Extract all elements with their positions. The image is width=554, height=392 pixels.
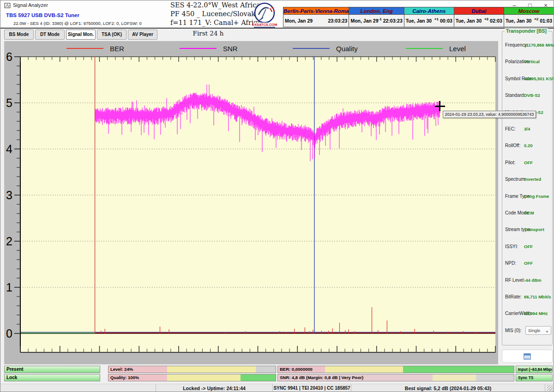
bar-segment <box>256 366 276 373</box>
field-label: RF Level: <box>505 278 525 283</box>
legend-line-sample <box>406 48 443 49</box>
transponder-field-row: RollOff:0.20 <box>502 143 553 151</box>
field-label: ISSYI: <box>505 244 518 249</box>
clock-cell: MoscowTue, Jan 30+201:03 <box>504 7 554 27</box>
field-label: RollOff: <box>505 143 520 148</box>
clock-city-label: Berlin-Paris-Vienna-Roma <box>283 7 349 15</box>
legend-label: BER <box>110 45 124 53</box>
clock-date: Tue, Jan 30 <box>506 18 531 24</box>
transponder-field-row: Polarization:Vertical <box>502 59 553 67</box>
mis-row: MIS (0): Single ▼ <box>502 328 553 336</box>
field-value: 44995,501 KS/s <box>524 76 554 81</box>
bar-label: Quality: 100% <box>110 374 139 381</box>
lock-status-box: Present <box>4 366 100 373</box>
field-value: Vertical <box>524 59 540 64</box>
svg-text:3: 3 <box>6 189 12 202</box>
tab-dt-mode[interactable]: DT Mode <box>35 30 65 40</box>
svg-text:4: 4 <box>6 143 12 155</box>
clock-cell: DubaiTue, Jan 30+302:03 <box>454 7 504 27</box>
status-segment <box>0 384 156 392</box>
chevron-down-icon: ▼ <box>545 328 549 336</box>
transponder-field-row: Frame Type:Long Frame <box>502 194 553 202</box>
transponder-field-row: RF Level:-44 dBm <box>502 278 553 286</box>
legend-item-ber: BER <box>66 43 180 53</box>
legend-label: Quality <box>336 45 358 53</box>
field-value: Inverted <box>524 177 541 182</box>
legend-line-sample <box>180 48 217 49</box>
signal-chart-plot[interactable]: 0123456 <box>4 41 498 364</box>
clock-utc-offset: +3 <box>484 17 488 21</box>
field-label: Standard: <box>505 93 525 98</box>
field-value: OFF <box>524 160 533 165</box>
svg-text:1: 1 <box>6 281 12 294</box>
mis-dropdown[interactable]: Single ▼ <box>525 326 551 335</box>
bar-segment <box>241 374 276 381</box>
field-value: -44 dBm <box>524 278 541 283</box>
clock-date: Tue, Jan 30 <box>456 18 482 24</box>
clock-time-display: Mon, Jan 2923:03:23 <box>283 15 349 27</box>
clock-city-label: Dubai <box>454 7 504 15</box>
tab-tsa-ok-[interactable]: TSA (OK) <box>97 30 126 40</box>
transponder-field-row: Symbol Rate:44995,501 KS/s <box>502 76 553 84</box>
clock-time: 01:03 <box>540 18 552 24</box>
transponder-field-row: Frequency:11170,866 MHz <box>502 42 553 51</box>
field-label: NPD: <box>505 261 516 266</box>
legend-line-sample <box>66 48 103 49</box>
signal-analyzer-window: Signal Analyzer – □ × TBS 5927 USB DVB-S… <box>0 0 554 392</box>
signal-bar: SNR: 4,8 dB (Margin: 0,8 dB | Very Poor) <box>277 374 514 381</box>
transponder-panel: Transponder [BS] Frequency:11170,866 MHz… <box>502 31 553 345</box>
clock-date: Mon, Jan 29 <box>285 18 313 24</box>
field-value: 3/4 <box>524 126 530 131</box>
svg-text:2: 2 <box>6 235 12 248</box>
clock-city-label: London, Eng <box>349 7 403 15</box>
bar-label: Level: 24% <box>110 366 133 373</box>
field-value: 53,994 MHz <box>524 311 548 316</box>
transponder-panel-title: Transponder [BS] <box>505 28 548 34</box>
field-value: OFF <box>524 261 533 266</box>
clock-city-label: Moscow <box>504 7 554 15</box>
clock-utc-offset: -1 <box>379 17 382 21</box>
value-tooltip: 2024-01-29 23.03.23, value: 4,9000000953… <box>443 111 536 118</box>
mis-selected-value: Single <box>528 328 540 333</box>
tab-signal-mon-[interactable]: Signal Mon. <box>66 30 96 40</box>
bar-label: BER: 0,0000000 <box>280 366 313 373</box>
legend-item-snr: SNR <box>180 43 293 53</box>
field-value: DVB-S2 <box>524 93 540 98</box>
field-value: Transport <box>524 227 544 232</box>
field-value: CCM <box>524 210 534 215</box>
clock-time-display: Tue, Jan 30+302:03 <box>454 15 504 27</box>
clock-time-display: Mon, Jan 29-122:03:23 <box>349 15 403 27</box>
bar-segment <box>433 374 476 381</box>
clock-time: 22:03:23 <box>383 18 403 24</box>
field-value: 66,711 Mbit/s <box>524 294 551 299</box>
legend-item-quality: Quality <box>293 43 406 53</box>
lock-status-box: Lock <box>4 374 100 381</box>
transponder-field-row: Stream type:Transport <box>502 227 553 235</box>
io-status-box: Input (~63,84 Mbps) <box>516 366 553 373</box>
tab-bs-mode[interactable]: BS Mode <box>4 30 34 40</box>
field-value: 0.20 <box>524 143 533 148</box>
clock-cell: London, EngMon, Jan 29-122:03:23 <box>349 7 404 27</box>
io-status-box: Sync TS <box>516 374 553 381</box>
clock-time: 23:03:23 <box>328 18 347 24</box>
legend-line-sample <box>293 48 330 49</box>
field-value: 11170,866 MHz <box>524 42 554 48</box>
tab-av-player[interactable]: AV Player <box>128 30 157 40</box>
report-button[interactable] <box>502 350 553 363</box>
bar-segment <box>167 374 241 381</box>
field-value: OFF <box>524 244 533 249</box>
bar-segment <box>167 366 256 373</box>
resize-grip[interactable] <box>547 385 553 391</box>
transponder-field-row: Code Mode:CCM <box>502 210 553 219</box>
clock-cell: Berlin-Paris-Vienna-RomaMon, Jan 2923:03… <box>283 7 349 27</box>
clock-time-display: Tue, Jan 30+100:03 <box>404 15 454 27</box>
bar-label: SNR: 4,8 dB (Margin: 0,8 dB | Very Poor) <box>280 374 363 381</box>
field-label: Pilot: <box>505 160 515 165</box>
bar-segment <box>325 366 403 373</box>
report-icon <box>524 353 531 360</box>
transponder-field-row: NPD:OFF <box>502 261 553 269</box>
clock-time: 02:03 <box>490 18 502 24</box>
legend-label: Level <box>449 45 466 53</box>
app-icon <box>4 2 11 9</box>
field-label: FEC: <box>505 126 516 131</box>
